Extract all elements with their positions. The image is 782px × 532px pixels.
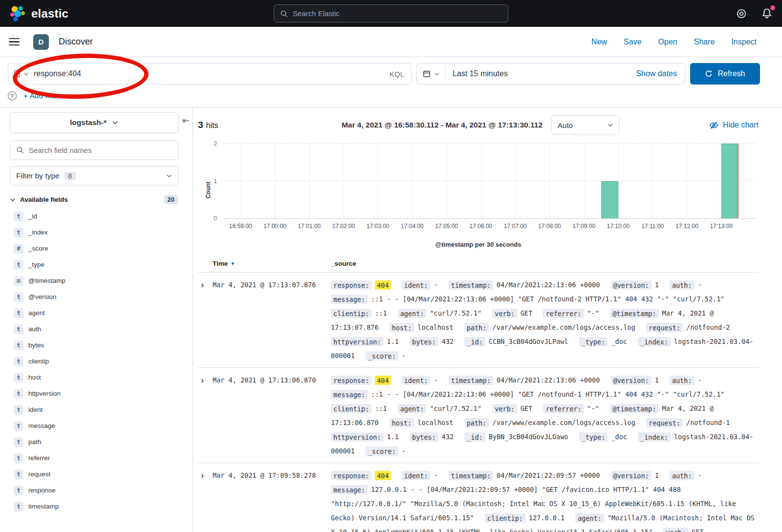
field-item-_type[interactable]: t_type [10,256,178,273]
field-item-@version[interactable]: t@version [10,289,178,305]
source-field-value: ::1 [375,404,387,412]
index-pattern-select[interactable]: logstash-* [10,112,178,133]
source-field-value: _doc [611,338,627,345]
global-search[interactable] [274,4,508,22]
field-item-clientip[interactable]: tclientip [10,353,178,369]
filter-by-type-select[interactable]: Filter by type 0 [10,166,178,186]
nav-share-link[interactable]: Share [694,38,715,46]
source-field-value: - [698,376,702,384]
field-name: @timestamp [28,277,65,284]
hide-chart-button[interactable]: Hide chart [680,121,759,130]
field-item-host[interactable]: thost [10,369,178,385]
source-field-value: localhost [417,323,453,331]
field-item-referrer[interactable]: treferrer [10,450,178,466]
x-tick-label: 17:12:00 [675,223,698,230]
source-field-value: 1 [655,471,659,479]
source-field-value: GET [521,309,532,317]
x-tick-label: 17:04:00 [401,223,424,230]
source-field-value: "curl/7.52.1" [430,309,481,317]
x-tick-label: 17:06:00 [470,223,493,230]
refresh-icon [705,70,713,78]
source-field-key: referrer: [543,404,584,413]
field-item-_index[interactable]: t_index [10,224,178,240]
expand-row-button[interactable]: › [198,468,213,532]
field-item-response[interactable]: tresponse [10,482,178,498]
date-picker-menu-button[interactable] [417,64,446,84]
time-column-header[interactable]: Time ▼ [213,260,331,267]
source-field-value: - [402,447,406,455]
field-name: path [28,438,41,446]
field-name: response [28,487,56,494]
interval-select[interactable]: Auto [551,115,620,135]
field-item-path[interactable]: tpath [10,434,178,450]
source-field-value: 04/Mar/2021:22:09:57 +0000 [497,471,600,479]
source-field-value-highlighted: 404 [375,280,391,290]
doc-time: Mar 4, 2021 @ 17:13:06.870 [213,373,331,458]
notifications-icon[interactable] [760,7,773,20]
add-filter-button[interactable]: + Add filter [23,91,60,100]
histogram-bar[interactable] [601,181,618,219]
field-type-string-icon: t [14,373,23,383]
time-end-marker [738,144,739,218]
collapse-sidebar-icon[interactable]: ⇤ [182,116,190,125]
field-item-_score[interactable]: #_score [10,240,178,256]
hits-bar: 3 hits Mar 4, 2021 @ 16:58:30.112 - Mar … [198,115,759,135]
nav-open-link[interactable]: Open [658,38,677,46]
query-input[interactable] [34,69,380,78]
field-item-timestamp[interactable]: ttimestamp [10,498,178,514]
time-range-value[interactable]: Last 15 minutes [446,69,515,78]
histogram-chart: Count 012 16:59:0017:00:0017:01:0017:02:… [198,141,759,250]
source-field-key: response: [331,280,371,290]
field-item-_id[interactable]: t_id [10,208,178,224]
elastic-logo[interactable]: elastic [9,5,68,22]
field-type-string-icon: t [14,357,23,366]
global-search-input[interactable] [293,9,502,18]
x-tick-label: 17:08:00 [538,223,561,230]
fields-sidebar: ⇤ logstash-* Filter by type [0,107,193,532]
available-fields-accordion[interactable]: Available fields 20 [10,193,178,208]
source-field-key: request: [646,323,683,332]
field-type-string-icon: t [14,421,23,431]
field-item-httpversion[interactable]: thttpversion [10,385,178,402]
source-field-key: message: [331,390,368,399]
field-name: @version [28,293,56,300]
app-bar: D Discover NewSaveOpenShareInspect [0,27,782,57]
source-field-key: host: [390,323,414,332]
menu-icon[interactable] [9,38,20,46]
source-field-key: message: [331,485,368,494]
source-field-value: 1 [655,376,659,384]
expand-row-button[interactable]: › [198,278,213,363]
show-dates-link[interactable]: Show dates [636,69,685,78]
source-field-value: - [402,352,406,360]
nav-new-link[interactable]: New [591,38,607,46]
global-header: elastic [0,0,782,27]
query-language-button[interactable]: KQL [385,70,404,78]
field-item-ident[interactable]: tident [10,402,178,418]
field-name: httpversion [28,390,61,397]
field-item-agent[interactable]: tagent [10,305,178,321]
help-icon[interactable] [735,7,748,20]
nav-inspect-link[interactable]: Inspect [731,38,757,46]
field-item-bytes[interactable]: tbytes [10,337,178,353]
filter-icon[interactable] [7,90,18,101]
field-item-@timestamp[interactable]: ⊞@timestamp [10,273,178,289]
field-item-request[interactable]: trequest [10,466,178,482]
y-axis-title: Count [205,182,212,199]
field-item-auth[interactable]: tauth [10,321,178,337]
chevron-down-icon [434,71,439,77]
refresh-button[interactable]: Refresh [690,63,760,85]
field-search-input[interactable] [29,146,172,154]
field-type-string-icon: t [14,469,23,479]
global-header-actions [735,7,773,20]
hits-label: hits [206,121,218,130]
field-list: t_idt_index#_scoret_type⊞@timestampt@ver… [10,208,178,514]
source-field-key: @timestamp: [610,309,658,318]
field-search [10,140,178,160]
expand-row-button[interactable]: › [198,373,213,458]
saved-query-menu-button[interactable] [13,70,29,78]
field-item-message[interactable]: tmessage [10,418,178,434]
available-fields-label: Available fields [20,196,68,203]
source-field-value: 432 [442,433,454,441]
nav-save-link[interactable]: Save [624,38,641,46]
histogram-bar[interactable] [721,144,739,218]
